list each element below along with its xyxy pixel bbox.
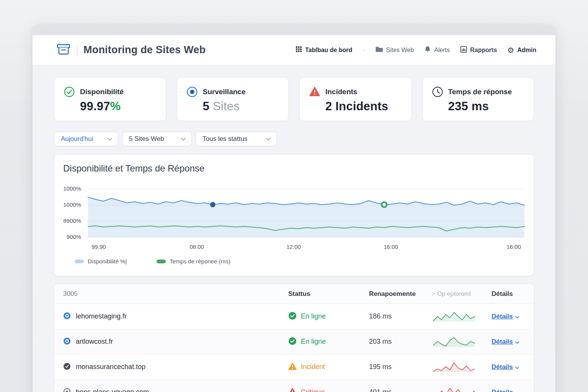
chevron-down-icon[interactable]	[515, 364, 519, 371]
chevron-down-icon	[181, 135, 186, 143]
report-icon	[460, 46, 467, 54]
details-link[interactable]: Détails	[492, 338, 513, 346]
app-header: Monitoring de Sites Web Tablbau de bord …	[33, 35, 555, 65]
trend-sparkline	[432, 361, 476, 373]
folder-icon	[375, 46, 383, 54]
stat-label: Disponibilité	[80, 86, 124, 98]
chevron-down-icon	[266, 135, 271, 143]
filter-sites-label: 5 Sites Web	[129, 135, 164, 143]
nav-label-admin: Admin	[517, 47, 536, 54]
table-row: lehomestaging.fr En ligne 186 ms Détails	[54, 304, 534, 329]
app-window: Monitoring de Sites Web Tablbau de bord …	[33, 24, 555, 392]
stat-card-incidents: Incidents 2 Incidents	[299, 77, 412, 121]
table-row: artlowcost.fr En ligne 203 ms Détails	[54, 329, 534, 354]
y-axis-tick: 1000%	[57, 185, 81, 192]
stat-label: Surveillance	[203, 86, 246, 98]
response-time: 186 ms	[369, 312, 432, 320]
site-name: bons-plans-voyage.com	[76, 388, 149, 392]
site-bullet-icon	[63, 337, 71, 346]
check-circle-icon	[64, 86, 75, 99]
nav-label-sites: Sites Web	[386, 47, 414, 54]
stat-value: 99.97%	[80, 100, 124, 113]
filter-status-label: Tous les stattus	[203, 135, 247, 143]
stat-card-monitoring: Surveillance 5Sites	[177, 77, 289, 121]
nav-item-sites[interactable]: Sites Web	[375, 46, 414, 54]
site-name: artlowcost.fr	[76, 338, 113, 346]
response-time: 195 ms	[369, 363, 432, 371]
y-axis-tick: 1000%	[57, 201, 81, 208]
x-axis-tick: 12:00	[276, 243, 311, 250]
brand-divider	[77, 44, 77, 57]
nav-item-reports[interactable]: Rapports	[460, 46, 497, 54]
chart-legend: Disponibilité %| Temps de réponee (ms)	[54, 258, 534, 266]
stat-value: 235 ms	[448, 100, 512, 113]
header-status: Stattus	[288, 290, 369, 298]
status-warning-icon	[288, 363, 297, 372]
nav-item-admin[interactable]: ⚙ Admin	[507, 46, 536, 54]
nav-item-dashboard[interactable]: Tablbau de bord	[296, 46, 352, 54]
status-badge: En ligne	[301, 312, 326, 320]
filter-sites-dropdown[interactable]: 5 Sites Web	[122, 132, 192, 146]
stat-card-availability: Disponibilité 99.97%	[54, 77, 166, 121]
availability-chart-card: Disponibilité et Temps de Réponse 1000% …	[54, 154, 534, 276]
y-axis-tick: 900%	[57, 234, 81, 240]
legend-label: Temps de réponee (ms)	[170, 258, 230, 265]
response-time: 401 ms	[369, 388, 432, 392]
target-icon	[186, 86, 198, 99]
nav-label-dashboard: Tablbau de bord	[305, 47, 352, 54]
nav-separator-dot: ·	[363, 47, 364, 54]
trend-sparkline	[432, 336, 476, 348]
chevron-down-icon[interactable]	[515, 339, 519, 346]
header-trend: > Op eptoroml	[432, 291, 492, 297]
details-link[interactable]: Détails	[492, 313, 513, 320]
y-axis-tick: 8900%	[57, 217, 81, 224]
gear-icon: ⚙	[507, 46, 514, 54]
status-check-icon	[288, 337, 297, 347]
x-axis-tick: 16:00	[497, 243, 531, 250]
filter-date-dropdown[interactable]: Aujourd'hui	[54, 132, 118, 146]
chevron-down-icon	[108, 135, 112, 143]
details-link[interactable]: Détails	[492, 389, 513, 392]
page-title: Monitoring de Sites Web	[83, 44, 206, 56]
sites-table: 3005 Stattus Renapoemente > Op eptoroml …	[54, 284, 534, 392]
bell-icon	[424, 46, 431, 54]
line-chart	[88, 178, 524, 241]
table-header-row: 3005 Stattus Renapoemente > Op eptoroml …	[54, 284, 534, 304]
details-link[interactable]: Détails	[492, 363, 513, 371]
nav-label-alerts: Alerts	[434, 47, 450, 54]
header-details: Détails	[492, 290, 534, 298]
chevron-down-icon[interactable]	[515, 314, 519, 320]
clock-icon	[432, 86, 443, 99]
stat-label: Temps de réponse	[448, 86, 512, 98]
filter-status-dropdown[interactable]: Tous les stattus	[196, 132, 277, 146]
nav-item-alerts[interactable]: Alerts	[424, 46, 450, 54]
x-axis-tick: 08:00	[180, 243, 214, 250]
stat-value: 5Sites	[203, 100, 246, 113]
response-time: 203 ms	[369, 338, 432, 346]
filters-row: Aujourd'hui 5 Sites Web Tous les stattus	[54, 132, 534, 146]
main-nav: Tablbau de bord · Sites Web	[296, 46, 536, 54]
brand: Monitoring de Sites Web	[56, 43, 206, 57]
chevron-down-icon[interactable]	[515, 389, 519, 392]
app-logo-icon	[56, 43, 71, 57]
status-check-icon	[288, 312, 297, 322]
status-badge: Incident	[301, 363, 325, 371]
legend-item-response: Temps de réponee (ms)	[157, 258, 230, 265]
legend-label: Disponibilité %|	[88, 258, 127, 265]
x-axis-tick: 99.90	[82, 243, 116, 250]
stat-value: 2 Incidents	[325, 100, 388, 113]
site-ring-icon	[63, 388, 71, 392]
grid-icon	[296, 46, 302, 54]
stats-row: Disponibilité 99.97% Surveillance	[54, 77, 534, 121]
trend-sparkline	[432, 386, 476, 392]
stat-label: Incidents	[325, 86, 388, 98]
site-check-icon	[63, 363, 71, 372]
status-badge: Critique	[301, 388, 325, 392]
chart-title: Disponibilité et Temps de Réponse	[63, 163, 204, 174]
site-name: monassurancechat.top	[76, 363, 145, 371]
header-site: 3005	[63, 290, 288, 298]
desktop-background: Monitoring de Sites Web Tablbau de bord …	[0, 0, 588, 392]
status-badge: En ligne	[301, 338, 326, 346]
window-top-strip	[33, 24, 555, 35]
table-row: bons-plans-voyage.com Critique 401 ms Dé…	[54, 380, 534, 392]
